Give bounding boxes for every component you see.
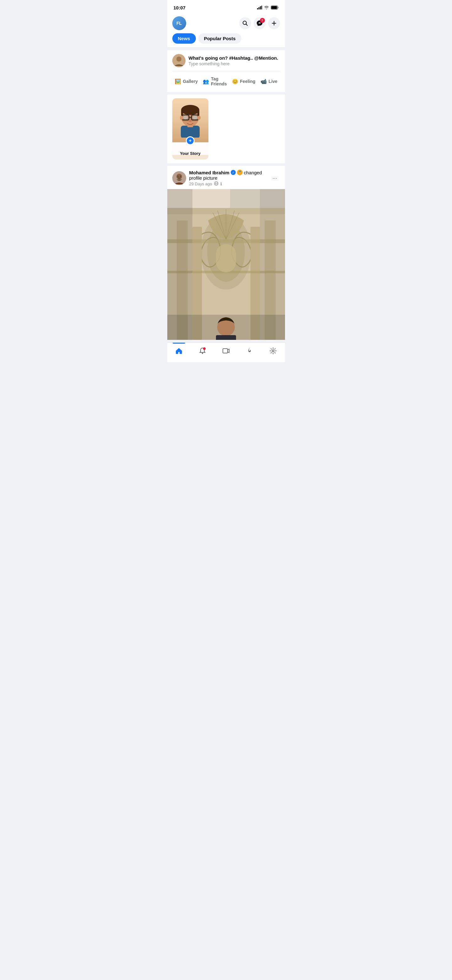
svg-rect-1 <box>259 7 259 10</box>
svg-point-62 <box>272 350 274 352</box>
svg-rect-58 <box>167 315 285 340</box>
nav-notifications[interactable] <box>195 346 210 356</box>
post-info-icon: ℹ <box>220 181 222 186</box>
home-icon <box>175 347 183 355</box>
post-action-text: changed <box>244 170 262 175</box>
nav-videos[interactable] <box>219 346 233 356</box>
svg-rect-0 <box>257 8 258 10</box>
cartoon-avatar <box>176 103 205 138</box>
videos-icon <box>222 347 230 355</box>
tab-news[interactable]: News <box>172 33 196 44</box>
feeling-icon: 😊 <box>232 78 238 84</box>
post-verified-icon: ✓ <box>231 170 236 175</box>
svg-rect-6 <box>271 6 277 9</box>
header-icons: 7 <box>239 17 280 29</box>
post-photo <box>167 189 285 340</box>
status-icons <box>257 6 279 10</box>
fire-icon <box>246 347 253 355</box>
stories-section: + Your Story <box>167 95 285 163</box>
notifications-icon <box>199 347 206 355</box>
svg-line-8 <box>246 24 247 26</box>
post-author-name: Mohamed Ibrahim <box>189 170 230 175</box>
create-post-input-area[interactable]: What's going on? #Hashtag.. @Mention. Ty… <box>189 55 280 66</box>
post-time: 29 Days ago <box>189 181 212 186</box>
live-action[interactable]: 📹 Live <box>258 75 280 88</box>
wifi-icon <box>264 6 269 10</box>
messenger-badge: 7 <box>260 18 265 23</box>
status-time: 10:07 <box>174 5 186 10</box>
svg-rect-13 <box>181 126 200 138</box>
gallery-label: Gallery <box>183 79 198 84</box>
live-label: Live <box>269 79 278 84</box>
svg-point-24 <box>192 116 197 119</box>
svg-point-31 <box>180 176 181 177</box>
user-avatar-icon <box>172 54 186 67</box>
create-post-avatar <box>172 54 186 67</box>
nav-active-line <box>173 343 185 344</box>
more-dots-icon: ··· <box>273 175 277 181</box>
nav-settings[interactable] <box>266 346 281 356</box>
svg-point-30 <box>178 176 178 177</box>
post-globe-icon <box>214 181 219 186</box>
tag-friends-icon: 👥 <box>203 78 209 84</box>
search-button[interactable] <box>239 17 251 29</box>
feeling-action[interactable]: 😊 Feeling <box>230 75 258 88</box>
svg-point-60 <box>203 347 206 350</box>
author-avatar-icon <box>172 171 186 185</box>
header-avatar[interactable]: FL <box>172 16 186 30</box>
post-placeholder-text: Type something here <box>189 61 280 66</box>
bottom-nav <box>167 342 285 362</box>
post-badge-icon: 🏅 <box>237 170 243 175</box>
tag-friends-label: Tag Friends <box>211 76 227 86</box>
gallery-icon: 🖼️ <box>175 78 181 84</box>
add-post-button[interactable] <box>268 17 280 29</box>
search-icon <box>242 21 248 26</box>
live-icon: 📹 <box>260 78 267 84</box>
tabs-bar: News Popular Posts <box>167 33 285 48</box>
header: FL 7 <box>167 14 285 33</box>
svg-rect-2 <box>260 6 261 10</box>
post-more-button[interactable]: ··· <box>270 173 280 183</box>
svg-point-25 <box>189 120 192 122</box>
avatar-initials: FL <box>172 16 186 30</box>
tag-friends-action[interactable]: 👥 Tag Friends <box>200 75 230 88</box>
add-icon <box>271 21 277 26</box>
create-post-top: What's going on? #Hashtag.. @Mention. Ty… <box>172 54 280 67</box>
signal-icon <box>257 6 262 10</box>
feeling-label: Feeling <box>240 79 255 84</box>
svg-point-59 <box>202 353 203 354</box>
svg-point-27 <box>197 116 201 120</box>
svg-rect-3 <box>261 6 262 10</box>
tab-popular-posts[interactable]: Popular Posts <box>198 33 241 44</box>
post-image[interactable] <box>167 189 285 340</box>
globe-icon <box>214 181 219 186</box>
nav-home[interactable] <box>171 346 186 356</box>
post-header: Mohamed Ibrahim ✓ 🏅 changed profile pict… <box>167 166 285 189</box>
post-info: Mohamed Ibrahim ✓ 🏅 changed profile pict… <box>189 170 267 186</box>
svg-point-12 <box>176 57 181 62</box>
battery-icon <box>271 6 279 10</box>
svg-rect-61 <box>223 348 228 353</box>
post-author-row: Mohamed Ibrahim ✓ 🏅 changed <box>189 170 267 175</box>
nav-trending[interactable] <box>242 346 257 356</box>
gallery-action[interactable]: 🖼️ Gallery <box>172 75 200 88</box>
your-story-card[interactable]: + Your Story <box>172 98 208 159</box>
status-bar: 10:07 <box>167 0 285 14</box>
svg-point-16 <box>181 105 199 115</box>
svg-point-29 <box>176 174 182 179</box>
your-story-label: Your Story <box>180 151 201 156</box>
create-post-section: What's going on? #Hashtag.. @Mention. Ty… <box>167 50 285 92</box>
post-actions: 🖼️ Gallery 👥 Tag Friends 😊 Feeling 📹 Liv… <box>172 75 280 88</box>
post-action-detail: profile picture <box>189 175 267 181</box>
your-story-add-button[interactable]: + <box>186 136 195 145</box>
post-author-avatar[interactable] <box>172 171 186 185</box>
your-story-image <box>172 98 208 142</box>
post-meta: 29 Days ago ℹ <box>189 181 267 186</box>
svg-rect-10 <box>272 23 276 24</box>
svg-rect-5 <box>278 7 279 8</box>
svg-point-26 <box>180 116 183 120</box>
svg-point-23 <box>183 116 188 119</box>
messenger-button[interactable]: 7 <box>254 17 266 29</box>
settings-icon <box>269 347 277 355</box>
post-question-text: What's going on? #Hashtag.. @Mention. <box>189 55 280 60</box>
